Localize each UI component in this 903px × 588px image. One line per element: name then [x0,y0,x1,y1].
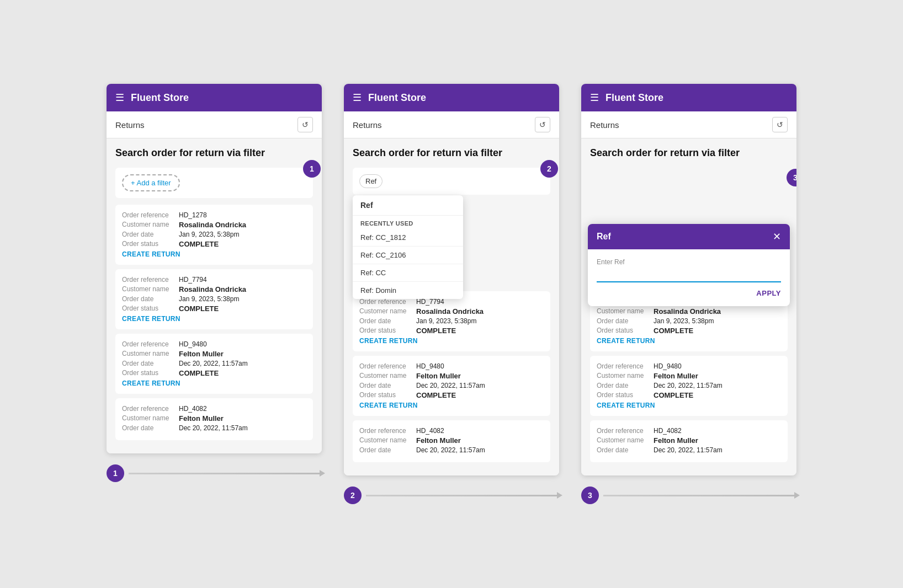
filter-chip[interactable]: Ref [359,174,383,188]
ref-modal: Ref ✕ Enter Ref APPLY [588,224,790,306]
screen-wrapper-2: ☰ Fluent Store Returns ↺ Search order fo… [344,84,559,504]
arrow-line-2 [366,495,559,496]
modal-input-label: Enter Ref [597,258,781,266]
create-return-btn-1a[interactable]: CREATE RETURN [122,250,306,258]
step-badge-3: 3 [787,169,796,186]
arrow-line-3 [603,495,796,496]
ref-input[interactable] [597,268,781,282]
dropdown-menu: Ref Recently used Ref: CC_1812 Ref: CC_2… [353,195,463,299]
screen-wrapper-1: ☰ Fluent Store Returns ↺ Search order fo… [107,84,322,482]
create-return-btn-3b[interactable]: CREATE RETURN [597,337,781,345]
order-card-2a: Order referenceHD_7794 Customer nameRosa… [353,291,550,351]
add-filter-button[interactable]: + Add a filter [122,174,180,191]
sub-header-3: Returns ↺ [581,111,796,138]
modal-title: Ref [597,232,611,242]
step-badge-1: 1 [303,160,321,178]
app-title-1: Fluent Store [131,92,189,104]
order-card-2c: Order referenceHD_4082 Customer nameFelt… [353,420,550,462]
order-card-1c: Order referenceHD_9480 Customer nameFelt… [115,334,313,394]
sub-header-2: Returns ↺ [344,111,559,138]
filter-section-1: + Add a filter [115,168,313,198]
recently-used-label: Recently used [353,216,463,229]
arrow-step-3: 3 [581,487,599,504]
create-return-btn-1c[interactable]: CREATE RETURN [122,379,306,387]
order-card-1a: Order referenceHD_1278 Customer nameRosa… [115,205,313,265]
apply-button[interactable]: APPLY [756,289,781,297]
order-card-1d: Order referenceHD_4082 Customer nameFelt… [115,398,313,440]
returns-label-1: Returns [115,120,145,130]
sub-header-1: Returns ↺ [107,111,322,138]
create-return-btn-3c[interactable]: CREATE RETURN [597,402,781,409]
arrow-step-1: 1 [107,464,124,482]
refresh-button-3[interactable]: ↺ [772,117,788,132]
arrow-line-1 [129,473,322,474]
returns-label-2: Returns [353,120,382,130]
page-content-3: Search order for return via filter Ref ✕… [581,138,796,475]
app-header-1: ☰ Fluent Store [107,84,322,111]
page-heading-3: Search order for return via filter [590,147,788,159]
arrow-row-3: 3 [581,487,796,504]
app-header-3: ☰ Fluent Store [581,84,796,111]
screens-container: ☰ Fluent Store Returns ↺ Search order fo… [107,84,796,504]
returns-label-3: Returns [590,120,619,130]
screen-wrapper-3: ☰ Fluent Store Returns ↺ Search order fo… [581,84,796,504]
modal-apply-area: APPLY [597,289,781,297]
dropdown-header: Ref [353,195,463,216]
hamburger-icon-2[interactable]: ☰ [353,92,362,104]
hamburger-icon[interactable]: ☰ [115,92,124,104]
create-return-btn-2b[interactable]: CREATE RETURN [359,402,544,409]
add-filter-label: + Add a filter [131,179,171,187]
modal-close-button[interactable]: ✕ [773,231,781,243]
screen-1: ☰ Fluent Store Returns ↺ Search order fo… [107,84,322,453]
app-title-2: Fluent Store [368,92,426,104]
dropdown-title: Ref [360,201,373,210]
page-content-2: Search order for return via filter Ref 2… [344,138,559,475]
modal-body: Enter Ref APPLY [588,249,790,306]
app-title-3: Fluent Store [605,92,663,104]
order-card-3d: Order referenceHD_4082 Customer nameFelt… [590,420,788,462]
dropdown-item-3[interactable]: Ref: Domin [353,282,463,299]
order-card-2b: Order referenceHD_9480 Customer nameFelt… [353,356,550,416]
dropdown-item-0[interactable]: Ref: CC_1812 [353,229,463,247]
arrow-row-2: 2 [344,487,559,504]
order-card-1b: Order referenceHD_7794 Customer nameRosa… [115,269,313,329]
step-badge-2: 2 [540,160,558,178]
arrow-step-2: 2 [344,487,362,504]
screen-2: ☰ Fluent Store Returns ↺ Search order fo… [344,84,559,475]
modal-header: Ref ✕ [588,224,790,249]
dropdown-item-2[interactable]: Ref: CC [353,264,463,282]
create-return-btn-2a[interactable]: CREATE RETURN [359,337,544,345]
page-heading-1: Search order for return via filter [115,147,313,159]
refresh-button-1[interactable]: ↺ [298,117,313,132]
hamburger-icon-3[interactable]: ☰ [590,92,599,104]
screen-3: ☰ Fluent Store Returns ↺ Search order fo… [581,84,796,475]
app-header-2: ☰ Fluent Store [344,84,559,111]
dropdown-item-1[interactable]: Ref: CC_2106 [353,247,463,264]
order-card-3c: Order referenceHD_9480 Customer nameFelt… [590,356,788,416]
arrow-row-1: 1 [107,464,322,482]
filter-chip-area: Ref [353,168,550,195]
page-content-1: Search order for return via filter + Add… [107,138,322,453]
page-heading-2: Search order for return via filter [353,147,550,159]
refresh-button-2[interactable]: ↺ [535,117,550,132]
create-return-btn-1b[interactable]: CREATE RETURN [122,315,306,323]
